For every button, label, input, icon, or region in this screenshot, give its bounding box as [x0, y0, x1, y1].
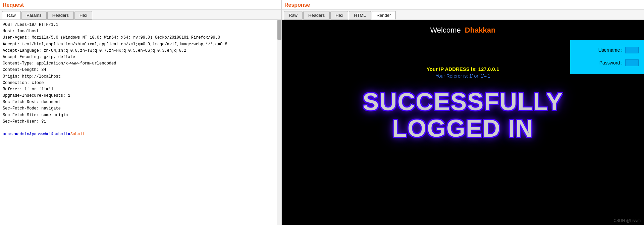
username-label: Username :: [598, 47, 623, 53]
request-line-13: Sec-Fetch-Dest: document: [3, 99, 279, 105]
request-line-9: Origin: http://localhost: [3, 74, 279, 80]
welcome-text: Welcome: [430, 26, 461, 35]
password-row: Password :: [576, 59, 639, 66]
response-tab-bar: Raw Headers Hex HTML Render: [282, 10, 644, 20]
request-bottom-line: uname=admin&passwd=1&submit=Submit: [3, 131, 279, 138]
welcome-name: Dhakkan: [465, 26, 496, 35]
bottom-prefix: uname=admin&passwd=1&submit=: [3, 132, 70, 137]
request-line-7: Content-Type: application/x-www-form-url…: [3, 60, 279, 67]
password-input[interactable]: [625, 59, 639, 66]
request-line-5: Accept-Language: zh-CN,zh;q=0.8,zh-TW;q=…: [3, 48, 279, 54]
request-line-4: Accept: text/html,application/xhtml+xml,…: [3, 41, 279, 48]
request-line-8: Content-Length: 34: [3, 67, 279, 73]
bottom-submit: Submit: [70, 132, 85, 137]
tab-html-response[interactable]: HTML: [349, 11, 371, 19]
request-line-12: Upgrade-Insecure-Requests: 1: [3, 93, 279, 99]
request-tab-bar: Raw Params Headers Hex: [0, 10, 281, 20]
request-line-6: Accept-Encoding: gzip, deflate: [3, 54, 279, 60]
tab-params[interactable]: Params: [21, 11, 47, 19]
request-line-11: Referer: 1' or '1'='1: [3, 86, 279, 93]
request-body-wrapper: POST /Less-19/ HTTP/1.1 Host: localhost …: [0, 20, 281, 225]
request-title: Request: [0, 0, 281, 10]
username-row: Username :: [576, 47, 639, 53]
request-line-15: Sec-Fetch-Site: same-origin: [3, 112, 279, 119]
response-render-area: Welcome Dhakkan Username : Password : Yo…: [282, 20, 644, 225]
welcome-area: Welcome Dhakkan: [282, 20, 644, 39]
request-line-10: Connection: close: [3, 80, 279, 86]
username-input[interactable]: [625, 47, 639, 53]
login-form-box: Username : Password :: [570, 40, 644, 74]
scrollbar-thumb[interactable]: [277, 20, 281, 40]
request-line-2: Host: localhost: [3, 28, 279, 35]
success-area: SUCCESSFULLY LOGGED IN: [282, 82, 644, 142]
request-line-1: POST /Less-19/ HTTP/1.1: [3, 22, 279, 28]
request-line-14: Sec-Fetch-Mode: navigate: [3, 105, 279, 112]
request-panel: Request Raw Params Headers Hex POST /Les…: [0, 0, 282, 225]
response-title: Response: [282, 0, 644, 10]
tab-render-response[interactable]: Render: [372, 11, 396, 19]
scrollbar-track[interactable]: [277, 20, 281, 225]
password-label: Password :: [599, 60, 623, 65]
watermark: CSDN @Livvm: [613, 218, 641, 223]
tab-hex-response[interactable]: Hex: [330, 11, 348, 19]
response-panel: Response Raw Headers Hex HTML Render Wel…: [282, 0, 644, 225]
tab-headers-request[interactable]: Headers: [47, 11, 74, 19]
success-line2: LOGGED IN: [282, 115, 644, 142]
success-line1: SUCCESSFULLY: [282, 89, 644, 115]
request-line-16: Sec-Fetch-User: ?1: [3, 119, 279, 125]
tab-raw-response[interactable]: Raw: [284, 11, 303, 19]
tab-raw-request[interactable]: Raw: [2, 11, 21, 19]
tab-hex-request[interactable]: Hex: [74, 11, 92, 19]
request-body[interactable]: POST /Less-19/ HTTP/1.1 Host: localhost …: [0, 20, 281, 225]
request-line-3: User-Agent: Mozilla/5.0 (Windows NT 10.0…: [3, 35, 279, 41]
tab-headers-response[interactable]: Headers: [303, 11, 330, 19]
